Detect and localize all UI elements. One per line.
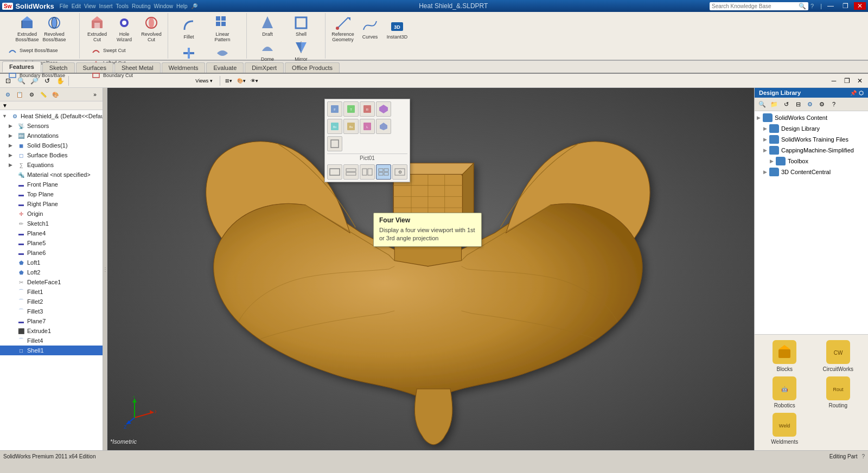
extruded-cut-button[interactable]: ExtrudedCut xyxy=(84,14,110,43)
dl-help-button[interactable]: ? xyxy=(828,99,839,110)
layout-two-h-button[interactable] xyxy=(343,164,359,180)
panel-close[interactable]: ✕ xyxy=(854,75,866,87)
tree-item-plane6[interactable]: ▬ Plane6 xyxy=(0,248,103,258)
tab-evaluate[interactable]: Evaluate xyxy=(206,62,244,73)
view-isometric-button[interactable] xyxy=(376,101,391,117)
tree-item-plane4[interactable]: ▬ Plane4 xyxy=(0,228,103,238)
shell-button[interactable]: Shell xyxy=(285,14,317,38)
restore-button[interactable]: ❐ xyxy=(839,2,852,10)
tree-item-surface-bodies[interactable]: ▶ ◻ Surface Bodies xyxy=(0,150,103,160)
tab-weldments[interactable]: Weldments xyxy=(162,62,206,73)
tree-item-plane7[interactable]: ▬ Plane7 xyxy=(0,316,103,326)
tree-item-loft1[interactable]: ⬟ Loft1 xyxy=(0,258,103,267)
tree-root[interactable]: ▼ ⚙ Heat Shield_& (Default<<Defau xyxy=(0,111,103,121)
reference-geometry-button[interactable]: ReferenceGeometry xyxy=(330,14,356,43)
close-button[interactable]: ✕ xyxy=(854,2,866,10)
status-help-icon[interactable]: ? xyxy=(861,453,865,459)
tab-features[interactable]: Features xyxy=(2,61,41,73)
layout-single-button[interactable] xyxy=(327,164,342,180)
layout-two-v-button[interactable] xyxy=(360,164,375,180)
tab-office-products[interactable]: Office Products xyxy=(285,62,340,73)
tree-item-plane5[interactable]: ▬ Plane5 xyxy=(0,238,103,248)
extruded-boss-button[interactable]: ExtrudedBoss/Base xyxy=(14,14,40,43)
tree-item-material[interactable]: 🔩 Material <not specified> xyxy=(0,170,103,180)
hole-wizard-button[interactable]: HoleWizard xyxy=(111,14,137,43)
menu-tools[interactable]: Tools xyxy=(116,3,129,9)
dl-tile-routing[interactable]: Rout Routing xyxy=(814,376,863,408)
dl-add-location-button[interactable]: 📁 xyxy=(769,99,780,110)
dl-pin-button[interactable]: 📌 xyxy=(850,90,857,96)
menu-file[interactable]: File xyxy=(60,3,68,9)
dl-3d-contentcentral[interactable]: ▶ 3D ContentCentral xyxy=(755,167,868,177)
instant3d-button[interactable]: 3D Instant3D xyxy=(384,14,410,43)
swept-boss-button[interactable]: Swept Boss/Base xyxy=(5,44,76,56)
tree-item-front-plane[interactable]: ▬ Front Plane xyxy=(0,180,103,189)
zoom-in-button[interactable]: 🔍 xyxy=(15,75,27,87)
panel-restore[interactable]: ❐ xyxy=(841,75,853,87)
dl-settings-button[interactable]: ⚙ xyxy=(816,99,827,110)
expand-button[interactable]: » xyxy=(90,89,100,100)
dl-expand-button[interactable]: ⬡ xyxy=(859,90,864,96)
standard-views-button[interactable]: Views ▾ xyxy=(190,75,218,87)
dl-search-button[interactable]: 🔍 xyxy=(757,99,768,110)
dim-xpert-tab[interactable]: 📏 xyxy=(38,89,49,100)
appearance-tab[interactable]: 🎨 xyxy=(50,89,61,100)
view-front-button[interactable]: F xyxy=(327,101,342,117)
zoom-out-button[interactable]: 🔎 xyxy=(28,75,40,87)
layout-more-button[interactable]: ⚙ xyxy=(392,164,407,180)
zoom-to-fit-button[interactable]: ⊡ xyxy=(2,75,14,87)
layout-four-button[interactable] xyxy=(376,164,391,180)
tree-item-fillet3[interactable]: ⌒ Fillet3 xyxy=(0,306,103,316)
linear-pattern-button[interactable]: LinearPattern xyxy=(206,14,239,43)
tree-item-top-plane[interactable]: ▬ Top Plane xyxy=(0,189,103,199)
pan-button[interactable]: ✋ xyxy=(54,75,66,87)
dl-refresh-button[interactable]: ↺ xyxy=(781,99,792,110)
tree-item-fillet1[interactable]: ⌒ Fillet1 xyxy=(0,287,103,297)
view-trimetric-button[interactable] xyxy=(376,119,391,134)
tree-item-shell1[interactable]: □ Shell1 xyxy=(0,346,103,355)
tree-item-extrude1[interactable]: ⬛ Extrude1 xyxy=(0,326,103,336)
tree-item-right-plane[interactable]: ▬ Right Plane xyxy=(0,199,103,209)
tree-item-loft2[interactable]: ⬟ Loft2 xyxy=(0,267,103,277)
viewport[interactable]: F T R Bo Ba xyxy=(107,88,754,450)
menu-insert[interactable]: Insert xyxy=(99,3,113,9)
display-style-button[interactable]: 🎨▾ xyxy=(235,75,247,87)
fillet-button[interactable]: Fillet xyxy=(173,14,205,43)
tree-item-fillet4[interactable]: ⌒ Fillet4 xyxy=(0,336,103,346)
dl-capping-machine[interactable]: ▶ CappingMachine-Simplified xyxy=(755,145,868,156)
hide-show-button[interactable]: 👁▾ xyxy=(248,75,260,87)
menu-view[interactable]: View xyxy=(84,3,96,9)
dl-tile-blocks[interactable]: Blocks xyxy=(760,340,809,372)
dl-collapse-button[interactable]: ⊟ xyxy=(793,99,803,110)
tree-item-solid-bodies[interactable]: ▶ ◼ Solid Bodies(1) xyxy=(0,140,103,150)
tab-sheet-metal[interactable]: Sheet Metal xyxy=(114,62,161,73)
tree-item-fillet2[interactable]: ⌒ Fillet2 xyxy=(0,297,103,306)
mirror-button[interactable]: Mirror xyxy=(285,39,317,63)
config-manager-tab[interactable]: ⚙ xyxy=(26,89,37,100)
view-top-button[interactable]: T xyxy=(343,101,359,117)
tab-sketch[interactable]: Sketch xyxy=(42,62,75,73)
tree-item-origin[interactable]: ✛ Origin xyxy=(0,209,103,219)
search-box[interactable]: 🔍 xyxy=(710,2,808,10)
dl-design-library[interactable]: ▶ Design Library xyxy=(755,123,868,134)
view-selector-button[interactable]: ⊞▾ xyxy=(222,75,234,87)
tree-item-equations[interactable]: ▶ ∑ Equations xyxy=(0,160,103,170)
menu-help[interactable]: Help xyxy=(176,3,188,9)
view-back-button[interactable]: Ba xyxy=(343,119,359,134)
dl-toolbox[interactable]: ▶ Toolbox xyxy=(755,156,868,167)
dl-training-files[interactable]: ▶ SolidWorks Training Files xyxy=(755,134,868,145)
tab-surfaces[interactable]: Surfaces xyxy=(76,62,113,73)
tree-item-sensors[interactable]: ▶ 📡 Sensors xyxy=(0,121,103,131)
view-right-button[interactable]: R xyxy=(360,101,375,117)
curves-button[interactable]: Curves xyxy=(357,14,383,43)
tree-item-sketch1[interactable]: ✏ Sketch1 xyxy=(0,219,103,228)
panel-minimize[interactable]: ─ xyxy=(828,75,840,87)
search-icon[interactable]: 🔍 xyxy=(799,3,806,10)
dl-solidworks-content[interactable]: ▶ SolidWorks Content xyxy=(755,112,868,123)
tree-item-annotations[interactable]: ▶ 🔤 Annotations xyxy=(0,131,103,140)
dl-tile-robotics[interactable]: 🤖 Robotics xyxy=(760,376,809,408)
resize-handle[interactable]: ⋮ xyxy=(103,88,107,450)
view-single-button[interactable] xyxy=(327,136,342,151)
rotate-button[interactable]: ↺ xyxy=(41,75,53,87)
revolved-cut-button[interactable]: RevolvedCut xyxy=(138,14,164,43)
